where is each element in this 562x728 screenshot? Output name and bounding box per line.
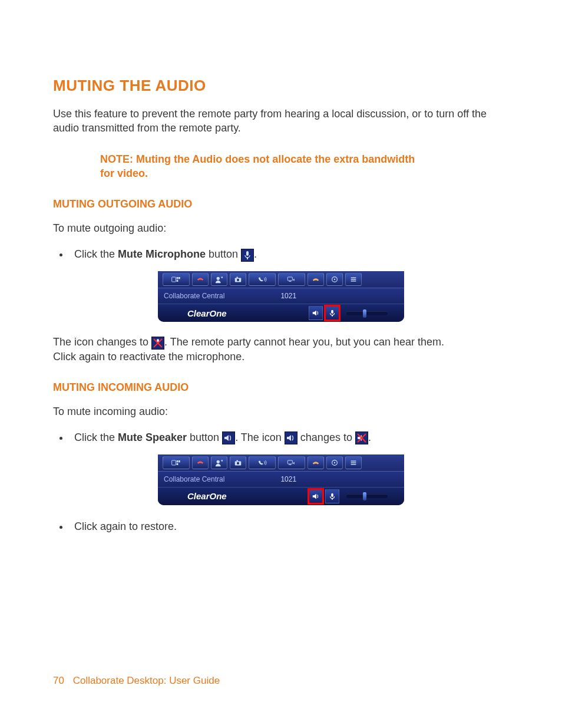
svg-rect-30 — [178, 460, 180, 462]
note-label: NOTE: — [100, 153, 133, 165]
svg-rect-2 — [247, 258, 248, 259]
text: Click again to reactivate the microphone… — [53, 351, 244, 363]
disc-icon[interactable] — [326, 273, 343, 286]
audio-controls — [309, 489, 388, 503]
monitor-share-icon[interactable] — [278, 273, 305, 286]
toolbar-row — [158, 271, 404, 288]
svg-rect-11 — [287, 277, 292, 281]
svg-point-7 — [217, 277, 220, 280]
speaker-button[interactable] — [309, 489, 323, 503]
speaker-icon — [222, 431, 235, 444]
status-row: Collaborate Central 1021 — [158, 288, 404, 304]
list-icon[interactable] — [345, 456, 362, 469]
status-row: Collaborate Central 1021 — [158, 472, 404, 487]
phone-volume-icon[interactable] — [249, 273, 276, 286]
toolbar-row — [158, 454, 404, 472]
text: . The icon — [235, 431, 285, 443]
text: . — [368, 431, 371, 443]
text: changes to — [297, 431, 355, 443]
microphone-button[interactable] — [325, 489, 339, 503]
text: The icon changes to — [53, 336, 151, 348]
monitor-share-icon[interactable] — [278, 456, 305, 469]
product-label: Collaborate Central — [164, 292, 224, 300]
phone-volume-icon[interactable] — [249, 456, 276, 469]
text: . — [254, 248, 257, 260]
product-label: Collaborate Central — [164, 475, 224, 483]
document-page: MUTING THE AUDIO Use this feature to pre… — [0, 0, 562, 728]
svg-rect-28 — [172, 460, 176, 465]
brand-logo: ClearOne — [187, 308, 227, 318]
svg-rect-17 — [331, 310, 333, 314]
page-footer: 70 Collaborate Desktop: User Guide — [53, 675, 220, 687]
svg-rect-31 — [177, 463, 178, 465]
svg-rect-6 — [177, 280, 178, 282]
svg-point-32 — [217, 460, 220, 463]
volume-slider[interactable] — [346, 494, 388, 498]
layout-icon[interactable] — [163, 456, 190, 469]
svg-rect-16 — [351, 281, 356, 281]
add-contact-icon[interactable] — [211, 456, 227, 469]
speaker-muted-icon — [355, 431, 368, 444]
volume-slider[interactable] — [346, 311, 388, 315]
svg-rect-1 — [246, 251, 249, 256]
svg-rect-43 — [332, 498, 333, 499]
svg-rect-15 — [351, 279, 356, 280]
page-number: 70 — [53, 675, 64, 686]
svg-rect-18 — [332, 315, 333, 317]
note-text: Muting the Audio does not allocate the e… — [100, 153, 415, 179]
svg-rect-29 — [177, 460, 178, 462]
layout-icon[interactable] — [163, 273, 190, 286]
add-contact-icon[interactable] — [211, 273, 227, 286]
slider-knob[interactable] — [363, 309, 366, 318]
book-title: Collaborate Desktop: User Guide — [73, 675, 220, 686]
microphone-muted-icon — [151, 337, 164, 350]
hangup-icon[interactable] — [192, 273, 209, 286]
svg-point-34 — [237, 462, 239, 465]
text: Click again to restore. — [74, 521, 177, 532]
text: button — [187, 431, 222, 443]
svg-rect-42 — [331, 493, 333, 497]
list-item: Click the Mute Speaker button . The icon… — [70, 429, 509, 446]
audio-controls — [309, 306, 388, 320]
app-toolbar-screenshot: Collaborate Central 1021 ClearOne — [158, 271, 404, 322]
microphone-button[interactable] — [325, 306, 339, 320]
button-name: Mute Speaker — [118, 431, 187, 443]
list-icon[interactable] — [345, 273, 362, 286]
svg-point-13 — [334, 279, 335, 280]
disc-icon[interactable] — [326, 456, 343, 469]
speaker-button[interactable] — [309, 306, 323, 320]
svg-point-38 — [334, 462, 335, 463]
status-number: 1021 — [280, 292, 296, 300]
app-toolbar-screenshot: Collaborate Central 1021 ClearOne — [158, 454, 404, 505]
end-call-icon[interactable] — [308, 273, 324, 286]
svg-rect-3 — [172, 277, 176, 282]
slider-knob[interactable] — [363, 492, 366, 500]
svg-rect-4 — [177, 277, 178, 279]
svg-rect-5 — [178, 277, 180, 279]
camera-icon[interactable] — [230, 456, 246, 469]
list-item: Click the Mute Microphone button . — [70, 246, 509, 263]
subheading-outgoing: MUTING OUTGOING AUDIO — [53, 198, 509, 210]
intro-paragraph: Use this feature to prevent the remote p… — [53, 107, 509, 136]
microphone-icon — [241, 249, 254, 262]
status-number: 1021 — [280, 475, 296, 483]
speaker-icon — [285, 431, 297, 444]
camera-icon[interactable] — [230, 273, 246, 286]
brand-row: ClearOne — [158, 487, 404, 505]
outgoing-steps: Click the Mute Microphone button . — [53, 246, 509, 263]
svg-rect-41 — [351, 464, 356, 465]
incoming-intro: To mute incoming audio: — [53, 404, 509, 419]
svg-rect-14 — [351, 278, 356, 278]
hangup-icon[interactable] — [192, 456, 209, 469]
svg-rect-40 — [351, 462, 356, 463]
svg-rect-35 — [236, 460, 238, 462]
section-heading: MUTING THE AUDIO — [53, 77, 509, 95]
svg-rect-39 — [351, 460, 356, 461]
subheading-incoming: MUTING INCOMING AUDIO — [53, 381, 509, 394]
brand-logo: ClearOne — [187, 491, 227, 501]
list-item: Click again to restore. — [70, 518, 509, 535]
svg-point-9 — [237, 279, 239, 281]
text: button — [206, 248, 241, 260]
text: . The remote party cannot hear you, but … — [164, 336, 444, 348]
end-call-icon[interactable] — [308, 456, 324, 469]
